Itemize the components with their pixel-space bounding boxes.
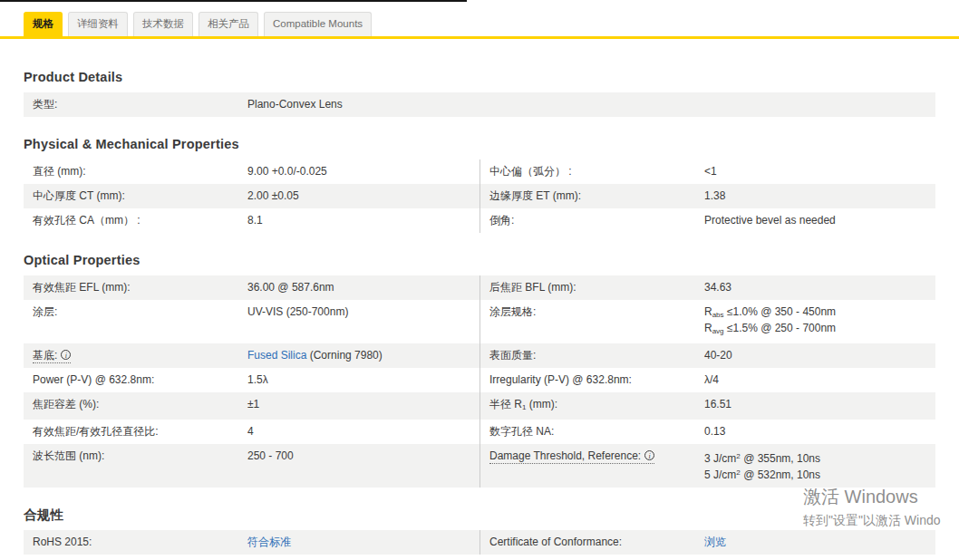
spec-label: Irregularity (P-V) @ 632.8nm: xyxy=(480,373,704,387)
tab-compatible-mounts[interactable]: Compatible Mounts xyxy=(264,12,372,36)
text-segment: 有效焦距/有效孔径直径比: xyxy=(33,425,159,438)
spec-value: 0.13 xyxy=(704,425,935,439)
spec-value: 浏览 xyxy=(704,536,935,549)
text-segment: 涂层: xyxy=(33,305,57,318)
spec-row: 波长范围 (nm):250 - 700Damage Threshold, Ref… xyxy=(24,444,935,488)
spec-label-text: 波长范围 (nm): xyxy=(33,449,104,462)
spec-row: 中心厚度 CT (mm):2.00 ±0.05边缘厚度 ET (mm):1.38 xyxy=(24,184,935,208)
tab-detailed-info[interactable]: 详细资料 xyxy=(68,12,128,36)
section-compliance: 合规性RoHS 2015:符合标准Certificate of Conforma… xyxy=(24,507,935,560)
spec-label: 类型: xyxy=(24,98,247,111)
spec-value-line: 40-20 xyxy=(704,349,926,362)
spec-table: 有效焦距 EFL (mm):36.00 @ 587.6nm后焦距 BFL (mm… xyxy=(24,275,935,488)
text-segment: 涂层规格: xyxy=(489,305,536,318)
spec-label: 涂层规格: xyxy=(480,305,704,319)
text-segment: UV-VIS (250-700nm) xyxy=(247,305,348,318)
spec-value-line: 9.00 +0.0/-0.025 xyxy=(247,165,470,179)
spec-label: 中心偏（弧分） : xyxy=(480,165,704,179)
spec-cell-pair: Certificate of Conformance:浏览 xyxy=(480,530,935,555)
spec-label: 边缘厚度 ET (mm): xyxy=(480,189,704,203)
text-segment: 1.38 xyxy=(704,189,725,202)
text-segment: 16.51 xyxy=(704,398,731,410)
spec-value-line: 0.13 xyxy=(704,425,926,439)
section-title: Physical & Mechanical Properties xyxy=(24,137,935,152)
section-product-details: Product Details类型:Plano-Convex Lens xyxy=(24,70,935,117)
spec-label-text: 后焦距 BFL (mm): xyxy=(489,281,576,294)
spec-value-line: Rabs ≤1.0% @ 350 - 450nm xyxy=(704,305,926,322)
text-segment: 40-20 xyxy=(704,349,732,362)
spec-label: 数字孔径 NA: xyxy=(480,425,704,439)
info-icon[interactable]: i xyxy=(644,450,654,460)
text-segment: 直径 (mm): xyxy=(33,165,86,178)
text-segment: Protective bevel as needed xyxy=(704,214,836,227)
spec-row: 有效焦距 EFL (mm):36.00 @ 587.6nm后焦距 BFL (mm… xyxy=(24,275,935,300)
section-optical-properties: Optical Properties有效焦距 EFL (mm):36.00 @ … xyxy=(24,253,935,488)
text-segment: 基底: xyxy=(33,349,57,362)
tab-related-products[interactable]: 相关产品 xyxy=(199,12,258,36)
spec-table: 类型:Plano-Convex Lens xyxy=(24,92,935,117)
spec-row: 涂层:UV-VIS (250-700nm)涂层规格:Rabs ≤1.0% @ 3… xyxy=(24,300,935,343)
spec-value-line: 符合标准 xyxy=(247,536,470,549)
spec-row: 焦距容差 (%):±1半径 R1 (mm):16.51 xyxy=(24,392,935,420)
spec-cell-pair: 中心偏（弧分） :<1 xyxy=(480,159,935,184)
text-segment: 3 J/cm xyxy=(704,452,736,465)
spec-label-text: 直径 (mm): xyxy=(33,165,86,178)
section-title: Product Details xyxy=(24,70,935,85)
text-segment: 表面质量: xyxy=(489,349,536,362)
spec-label-text: 边缘厚度 ET (mm): xyxy=(489,189,581,202)
spec-cell-pair: 半径 R1 (mm):16.51 xyxy=(480,392,935,420)
text-segment: R xyxy=(704,322,712,334)
spec-value: 34.63 xyxy=(704,281,935,294)
spec-cell-pair: 有效焦距/有效孔径直径比:4 xyxy=(24,420,480,444)
spec-cell-pair: 数字孔径 NA:0.13 xyxy=(480,420,935,444)
spec-cell-pair: 后焦距 BFL (mm):34.63 xyxy=(480,275,935,300)
spec-value-line: 250 - 700 xyxy=(247,449,470,463)
text-segment: Power (P-V) @ 632.8nm: xyxy=(33,373,154,386)
spec-value-line: 1.5λ xyxy=(247,373,470,387)
tab-technical-data[interactable]: 技术数据 xyxy=(133,12,193,36)
spec-value-line: Fused Silica (Corning 7980) xyxy=(247,349,470,362)
spec-value: 4 xyxy=(247,425,480,439)
spec-label-text: Irregularity (P-V) @ 632.8nm: xyxy=(489,373,632,386)
spec-label: 波长范围 (nm): xyxy=(24,449,247,463)
text-segment: 有效孔径 CA（mm） : xyxy=(33,214,140,227)
spec-cell-pair: 边缘厚度 ET (mm):1.38 xyxy=(480,184,935,208)
spec-cell-pair: Power (P-V) @ 632.8nm:1.5λ xyxy=(24,368,480,392)
spec-label-text[interactable]: Damage Threshold, Reference:i xyxy=(489,449,654,464)
spec-label-text: 有效焦距 EFL (mm): xyxy=(33,281,131,294)
text-segment: Certificate of Conformance: xyxy=(489,536,622,548)
spec-label-text: 表面质量: xyxy=(489,349,536,362)
spec-value-line: 4 xyxy=(247,425,470,439)
spec-label: 中心厚度 CT (mm): xyxy=(24,189,247,203)
value-link[interactable]: 浏览 xyxy=(704,536,726,548)
info-icon[interactable]: i xyxy=(61,350,71,360)
spec-cell-pair: Damage Threshold, Reference:i3 J/cm2 @ 3… xyxy=(480,444,935,488)
text-segment: 后焦距 BFL (mm): xyxy=(489,281,576,294)
spec-label-text: 类型: xyxy=(33,98,57,111)
tab-specs[interactable]: 规格 xyxy=(24,12,63,36)
spec-label-text: Power (P-V) @ 632.8nm: xyxy=(33,373,154,386)
text-segment: ≤1.5% @ 250 - 700nm xyxy=(724,322,837,334)
spec-row: 基底:iFused Silica (Corning 7980)表面质量:40-2… xyxy=(24,343,935,368)
text-segment: 2.00 ±0.05 xyxy=(247,189,299,202)
spec-row: 有效焦距/有效孔径直径比:4数字孔径 NA:0.13 xyxy=(24,420,935,444)
spec-value: 1.38 xyxy=(704,189,935,203)
spec-table: 直径 (mm):9.00 +0.0/-0.025中心偏（弧分） :<1中心厚度 … xyxy=(24,159,935,233)
spec-label-text[interactable]: 基底:i xyxy=(33,349,71,363)
spec-label-text: 中心偏（弧分） : xyxy=(489,165,572,178)
spec-value-line: λ/4 xyxy=(704,373,926,387)
value-link[interactable]: Fused Silica xyxy=(247,349,306,362)
spec-cell-pair: 倒角:Protective bevel as needed xyxy=(480,208,935,233)
text-segment: 中心厚度 CT (mm): xyxy=(33,189,125,202)
spec-row: Reach 235:符合标准 xyxy=(24,555,935,560)
text-segment: 倒角: xyxy=(489,214,514,227)
spec-label: 倒角: xyxy=(480,214,704,227)
value-link[interactable]: 符合标准 xyxy=(247,536,291,548)
section-title: 合规性 xyxy=(24,507,935,523)
spec-label-text: 半径 R1 (mm): xyxy=(489,398,557,410)
spec-cell-pair: 直径 (mm):9.00 +0.0/-0.025 xyxy=(24,159,480,184)
text-segment: (Corning 7980) xyxy=(306,349,382,362)
spec-value: 8.1 xyxy=(247,214,480,227)
specifications-content: Product Details类型:Plano-Convex LensPhysi… xyxy=(0,70,959,560)
text-segment: 250 - 700 xyxy=(247,449,294,462)
